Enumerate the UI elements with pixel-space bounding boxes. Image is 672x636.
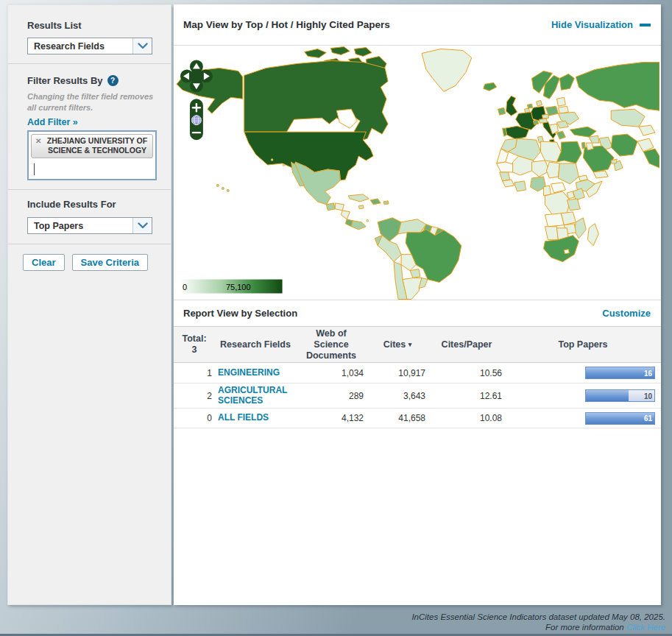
results-list-value: Research Fields bbox=[28, 38, 132, 54]
add-filter-link[interactable]: Add Filter » bbox=[27, 117, 78, 127]
rank-cell: 2 bbox=[174, 384, 215, 409]
filter-sidebar: Results List Research Fields Filter Resu… bbox=[7, 4, 171, 605]
active-filters-box[interactable]: ✕ ZHEJIANG UNIVERSITY OF SCIENCE & TECHN… bbox=[27, 130, 157, 180]
text-cursor bbox=[34, 163, 35, 175]
zoom-world-icon bbox=[191, 116, 201, 125]
legend-max-label: 75,100 bbox=[226, 283, 251, 292]
top-papers-bar: 16 bbox=[585, 367, 655, 379]
cites-per-paper-cell: 12.61 bbox=[428, 384, 505, 409]
field-link[interactable]: ENGINEERING bbox=[218, 367, 280, 378]
esi-application: Results List Research Fields Filter Resu… bbox=[0, 0, 672, 636]
hide-visualization-link[interactable]: Hide Visualization bbox=[551, 19, 651, 30]
cites-cell: 10,917 bbox=[367, 363, 428, 384]
top-papers-value: 61 bbox=[644, 414, 652, 423]
filter-tag-label: ZHEJIANG UNIVERSITY OF SCIENCE & TECHNOL… bbox=[47, 136, 147, 155]
top-papers-cell: 10 bbox=[505, 384, 661, 409]
dataset-updated-text: InCites Essential Science Indicators dat… bbox=[411, 612, 665, 622]
table-row: 0 ALL FIELDS 4,132 41,658 10.08 61 bbox=[174, 409, 661, 428]
map-zoom-control[interactable] bbox=[190, 99, 203, 140]
column-research-fields[interactable]: Research Fields bbox=[215, 327, 296, 363]
top-papers-cell: 61 bbox=[505, 409, 661, 428]
cites-cell: 3,643 bbox=[367, 384, 428, 409]
table-row: 1 ENGINEERING 1,034 10,917 10.56 16 bbox=[174, 363, 661, 384]
minus-icon bbox=[640, 24, 651, 26]
column-cites-sorted[interactable]: Cites ▾ bbox=[367, 327, 428, 363]
clear-button[interactable]: Clear bbox=[23, 254, 65, 271]
filter-by-section: Filter Results By ? Changing the filter … bbox=[8, 64, 171, 189]
dataset-footer: InCites Essential Science Indicators dat… bbox=[411, 612, 665, 632]
rank-cell: 0 bbox=[174, 409, 215, 428]
field-link[interactable]: AGRICULTURAL SCIENCES bbox=[218, 385, 287, 406]
chevron-down-icon bbox=[132, 218, 152, 233]
map-countries[interactable] bbox=[177, 47, 659, 300]
top-papers-bar: 10 bbox=[585, 389, 655, 402]
top-papers-value: 10 bbox=[644, 392, 652, 400]
include-results-dropdown[interactable]: Top Papers bbox=[27, 217, 152, 234]
field-link[interactable]: ALL FIELDS bbox=[218, 412, 269, 423]
sidebar-actions: Clear Save Criteria bbox=[8, 244, 171, 271]
chevron-down-icon bbox=[132, 38, 152, 54]
wos-documents-cell: 4,132 bbox=[296, 409, 367, 428]
map-view-title: Map View by Top / Hot / Highly Cited Pap… bbox=[183, 19, 390, 30]
column-top-papers[interactable]: Top Papers bbox=[505, 327, 661, 363]
results-list-dropdown[interactable]: Research Fields bbox=[27, 38, 152, 54]
map-header-bar: Map View by Top / Hot / Highly Cited Pap… bbox=[174, 4, 661, 46]
results-table: Total: 3 Research Fields Web of Science … bbox=[174, 326, 661, 428]
results-list-section: Results List Research Fields bbox=[8, 5, 171, 63]
include-results-section: Include Results For Top Papers bbox=[8, 190, 171, 244]
report-view-title: Report View by Selection bbox=[183, 308, 297, 319]
map-legend: 0 75,100 bbox=[180, 280, 283, 294]
table-header-row: Total: 3 Research Fields Web of Science … bbox=[174, 327, 661, 363]
cites-per-paper-cell: 10.56 bbox=[428, 363, 505, 384]
rank-cell: 1 bbox=[174, 363, 215, 384]
legend-min-label: 0 bbox=[183, 283, 187, 292]
wos-documents-cell: 289 bbox=[296, 384, 367, 409]
save-criteria-button[interactable]: Save Criteria bbox=[72, 254, 149, 271]
top-papers-bar: 61 bbox=[585, 412, 655, 425]
cites-cell: 41,658 bbox=[367, 409, 428, 428]
hide-visualization-label: Hide Visualization bbox=[551, 19, 633, 30]
table-row: 2 AGRICULTURAL SCIENCES 289 3,643 12.61 … bbox=[174, 384, 661, 409]
choropleth-map-area: 0 75,100 bbox=[174, 46, 661, 300]
cites-per-paper-cell: 10.08 bbox=[428, 409, 505, 428]
column-wos-documents[interactable]: Web of Science Documents bbox=[296, 327, 367, 363]
include-results-value: Top Papers bbox=[28, 218, 132, 233]
results-list-heading: Results List bbox=[27, 20, 159, 31]
main-panel: Map View by Top / Hot / Highly Cited Pap… bbox=[174, 4, 661, 605]
filter-note: Changing the filter field removes all cu… bbox=[27, 91, 157, 113]
filter-by-heading: Filter Results By bbox=[27, 75, 103, 86]
include-results-heading: Include Results For bbox=[27, 199, 159, 210]
wos-documents-cell: 1,034 bbox=[296, 363, 367, 384]
report-header-bar: Report View by Selection Customize bbox=[174, 300, 661, 326]
filter-tag[interactable]: ✕ ZHEJIANG UNIVERSITY OF SCIENCE & TECHN… bbox=[31, 134, 153, 158]
click-here-link[interactable]: Click Here bbox=[626, 623, 665, 632]
world-map[interactable]: 0 75,100 bbox=[174, 46, 659, 300]
column-cites-per-paper[interactable]: Cites/Paper bbox=[428, 327, 505, 363]
top-papers-cell: 16 bbox=[505, 363, 661, 384]
total-count-header: Total: 3 bbox=[174, 327, 215, 363]
help-icon[interactable]: ? bbox=[107, 75, 119, 86]
customize-link[interactable]: Customize bbox=[602, 308, 651, 319]
top-papers-value: 16 bbox=[644, 369, 652, 377]
remove-filter-icon[interactable]: ✕ bbox=[35, 137, 41, 146]
more-info-text: For more information bbox=[545, 623, 626, 632]
sort-descending-icon: ▾ bbox=[408, 341, 412, 348]
